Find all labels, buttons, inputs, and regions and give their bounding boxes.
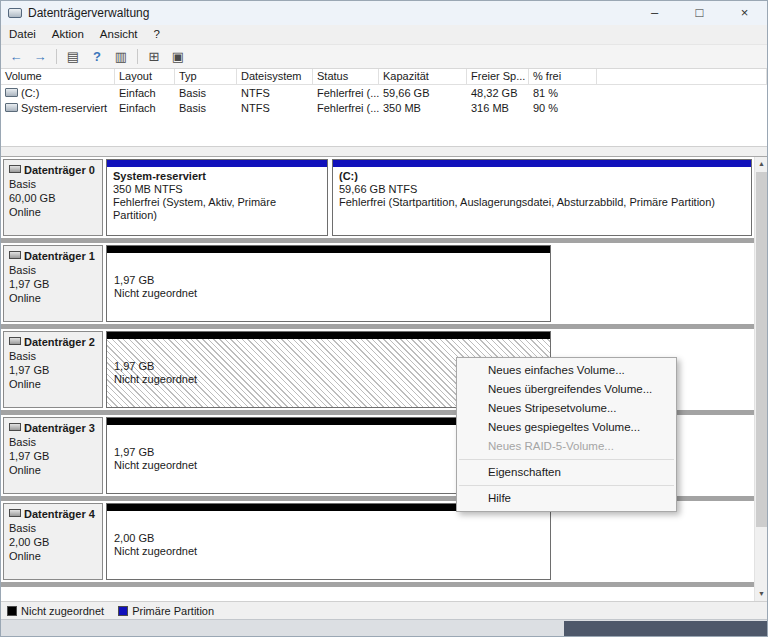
vertical-scrollbar[interactable]: ▲ ▼ xyxy=(754,157,767,601)
partition-size: 1,97 GB xyxy=(114,274,544,287)
app-icon xyxy=(8,8,22,18)
unallocated-bar xyxy=(107,246,550,253)
column-header-filler xyxy=(597,69,767,84)
disk-icon xyxy=(9,165,21,173)
partition-area-1: 1,97 GB Nicht zugeordnet xyxy=(106,245,752,322)
scroll-down-icon[interactable]: ▼ xyxy=(755,587,768,601)
partition-c-drive[interactable]: (C:) 59,66 GB NTFS Fehlerfrei (Startpart… xyxy=(332,159,752,236)
partition-info: 2,00 GB Nicht zugeordnet xyxy=(107,511,550,579)
toolbar-separator xyxy=(137,49,138,64)
disk-name: Datenträger 2 xyxy=(9,335,97,349)
menu-ansicht[interactable]: Ansicht xyxy=(92,25,146,44)
disk-label-panel-0[interactable]: Datenträger 0 Basis 60,00 GB Online xyxy=(3,159,103,236)
console-tree-icon[interactable]: ▤ xyxy=(62,47,84,67)
volume-freier-cell: 316 MB xyxy=(467,102,529,114)
disk-type: Basis xyxy=(9,349,97,363)
help-icon[interactable]: ? xyxy=(86,47,108,67)
pane-splitter[interactable] xyxy=(1,146,767,156)
partition-system-reserviert[interactable]: System-reserviert 350 MB NTFS Fehlerfrei… xyxy=(106,159,328,236)
disk-icon xyxy=(9,423,21,431)
partition-details: 59,66 GB NTFS xyxy=(339,183,745,196)
disk-name: Datenträger 3 xyxy=(9,421,97,435)
column-header-dateisystem[interactable]: Dateisystem xyxy=(237,69,313,84)
disk-row-4: Datenträger 4 Basis 2,00 GB Online 2,00 … xyxy=(1,501,754,587)
disk-size: 1,97 GB xyxy=(9,363,97,377)
menu-item-hilfe[interactable]: Hilfe xyxy=(457,489,676,508)
close-button[interactable]: × xyxy=(722,1,767,25)
column-header-kapazitaet[interactable]: Kapazität xyxy=(379,69,467,84)
partition-details: 350 MB NTFS xyxy=(113,183,321,196)
unallocated-block-4[interactable]: 2,00 GB Nicht zugeordnet xyxy=(106,503,551,580)
volume-row-system-reserviert[interactable]: System-reserviert Einfach Basis NTFS Feh… xyxy=(1,100,767,115)
menu-item-eigenschaften[interactable]: Eigenschaften xyxy=(457,463,676,482)
partition-status: Nicht zugeordnet xyxy=(114,287,544,300)
volume-icon xyxy=(5,103,18,112)
disk-name: Datenträger 4 xyxy=(9,507,97,521)
volume-name: System-reserviert xyxy=(21,102,107,114)
disk-type: Basis xyxy=(9,177,97,191)
column-header-status[interactable]: Status xyxy=(313,69,379,84)
disk-row-1: Datenträger 1 Basis 1,97 GB Online 1,97 … xyxy=(1,243,754,329)
menu-item-new-spanned-volume[interactable]: Neues übergreifendes Volume... xyxy=(457,380,676,399)
minimize-button[interactable]: – xyxy=(632,1,677,25)
volume-row-c[interactable]: (C:) Einfach Basis NTFS Fehlerfrei (... … xyxy=(1,85,767,100)
disk-row-0: Datenträger 0 Basis 60,00 GB Online Syst… xyxy=(1,157,754,243)
primary-partition-bar xyxy=(333,160,751,167)
scroll-up-icon[interactable]: ▲ xyxy=(755,157,768,171)
menu-aktion[interactable]: Aktion xyxy=(44,25,92,44)
partition-status: Fehlerfrei (System, Aktiv, Primäre Parti… xyxy=(113,196,321,222)
action-pane-icon[interactable]: ▥ xyxy=(110,47,132,67)
partition-area-0: System-reserviert 350 MB NTFS Fehlerfrei… xyxy=(106,159,752,236)
properties-icon[interactable]: ▣ xyxy=(167,47,189,67)
partition-name: (C:) xyxy=(339,170,745,183)
column-header-layout[interactable]: Layout xyxy=(115,69,175,84)
disk-size: 2,00 GB xyxy=(9,535,97,549)
menu-help[interactable]: ? xyxy=(146,25,168,44)
legend-item-primary: Primäre Partition xyxy=(118,605,214,617)
menu-separator xyxy=(459,485,674,486)
volume-typ-cell: Basis xyxy=(175,87,237,99)
volume-layout-cell: Einfach xyxy=(115,102,175,114)
maximize-button[interactable]: □ xyxy=(677,1,722,25)
disk-label-panel-1[interactable]: Datenträger 1 Basis 1,97 GB Online xyxy=(3,245,103,322)
legend-label: Nicht zugeordnet xyxy=(21,605,104,617)
volume-freier-cell: 48,32 GB xyxy=(467,87,529,99)
column-header-volume[interactable]: Volume xyxy=(1,69,115,84)
partition-status: Nicht zugeordnet xyxy=(114,545,544,558)
volume-name-cell: (C:) xyxy=(1,87,115,99)
disk-size: 1,97 GB xyxy=(9,449,97,463)
menu-item-new-mirrored-volume[interactable]: Neues gespiegeltes Volume... xyxy=(457,418,676,437)
volume-status-cell: Fehlerfrei (... xyxy=(313,102,379,114)
menu-datei[interactable]: Datei xyxy=(1,25,44,44)
legend-label: Primäre Partition xyxy=(132,605,214,617)
new-window-icon[interactable]: ⊞ xyxy=(143,47,165,67)
forward-icon[interactable]: → xyxy=(29,47,51,67)
volume-icon xyxy=(5,88,18,97)
partition-status: Fehlerfrei (Startpartition, Auslagerungs… xyxy=(339,196,745,209)
disk-icon xyxy=(9,337,21,345)
disk-icon xyxy=(9,251,21,259)
titlebar: Datenträgerverwaltung – □ × xyxy=(1,1,767,25)
bottom-dark-block xyxy=(564,621,767,637)
unallocated-block-1[interactable]: 1,97 GB Nicht zugeordnet xyxy=(106,245,551,322)
disk-size: 1,97 GB xyxy=(9,277,97,291)
back-icon[interactable]: ← xyxy=(5,47,27,67)
column-header-freier-speicher[interactable]: Freier Sp... xyxy=(467,69,529,84)
volume-prozent-cell: 90 % xyxy=(529,102,597,114)
disk-status: Online xyxy=(9,205,97,219)
partition-info: System-reserviert 350 MB NTFS Fehlerfrei… xyxy=(107,167,327,235)
menu-item-new-striped-volume[interactable]: Neues Stripesetvolume... xyxy=(457,399,676,418)
menu-item-new-simple-volume[interactable]: Neues einfaches Volume... xyxy=(457,361,676,380)
volume-name-cell: System-reserviert xyxy=(1,102,115,114)
disk-label-panel-4[interactable]: Datenträger 4 Basis 2,00 GB Online xyxy=(3,503,103,580)
column-header-typ[interactable]: Typ xyxy=(175,69,237,84)
context-menu: Neues einfaches Volume... Neues übergrei… xyxy=(456,357,677,512)
primary-partition-bar xyxy=(107,160,327,167)
column-header-prozent-frei[interactable]: % frei xyxy=(529,69,597,84)
volume-dateisystem-cell: NTFS xyxy=(237,87,313,99)
partition-size: 2,00 GB xyxy=(114,532,544,545)
toolbar: ← → ▤ ? ▥ ⊞ ▣ xyxy=(1,45,767,69)
disk-label-panel-2[interactable]: Datenträger 2 Basis 1,97 GB Online xyxy=(3,331,103,408)
disk-label-panel-3[interactable]: Datenträger 3 Basis 1,97 GB Online xyxy=(3,417,103,494)
scrollbar-thumb[interactable] xyxy=(756,172,767,527)
